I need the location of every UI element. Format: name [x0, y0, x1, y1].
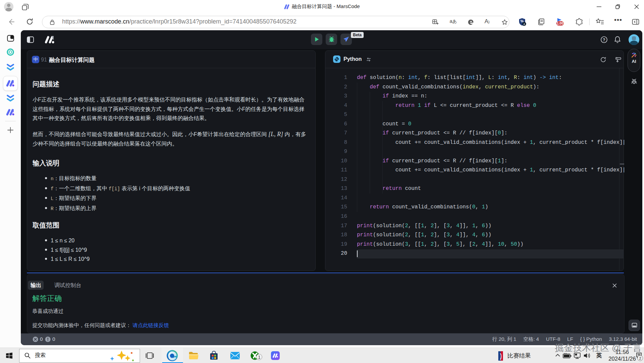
svg-text:1.00: 1.00 [557, 22, 563, 25]
svg-text:?: ? [603, 38, 605, 42]
svg-text:4: 4 [523, 23, 525, 26]
